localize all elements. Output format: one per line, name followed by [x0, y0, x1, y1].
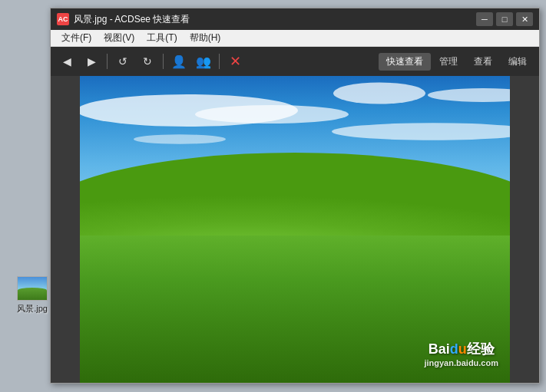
cloud-3 — [333, 83, 425, 104]
toolbar: ◀ ▶ ↺ ↻ 👤 👥 ✕ 快速查看 管理 查看 编辑 — [51, 47, 539, 76]
maximize-button[interactable]: □ — [496, 12, 513, 26]
rotate-right-button[interactable]: ↻ — [136, 51, 159, 72]
app-icon: AC — [57, 13, 69, 25]
desktop-icon-label: 风景.jpg — [17, 303, 48, 315]
zoom-actual-button[interactable]: 👥 — [192, 51, 215, 72]
menu-help[interactable]: 帮助(H) — [184, 30, 227, 46]
baidu-logo-text: Baidu经验 — [429, 340, 495, 358]
title-bar: AC 风景.jpg - ACDSee 快速查看 ─ □ ✕ — [51, 8, 539, 30]
mode-edit-button[interactable]: 编辑 — [501, 53, 534, 71]
image-display-area: Baidu经验 jingyan.baidu.com — [51, 76, 539, 383]
toolbar-separator-3 — [219, 54, 220, 69]
acdsee-window: AC 风景.jpg - ACDSee 快速查看 ─ □ ✕ 文件(F) 视图(V… — [50, 8, 540, 384]
rotate-left-button[interactable]: ↺ — [111, 51, 134, 72]
menu-file[interactable]: 文件(F) — [55, 30, 98, 46]
cloud-6 — [134, 134, 226, 144]
desktop-icon-landscape[interactable]: 风景.jpg — [9, 276, 55, 315]
nav-forward-button[interactable]: ▶ — [80, 51, 103, 72]
toolbar-separator — [107, 54, 108, 69]
desktop: 风景.jpg AC 风景.jpg - ACDSee 快速查看 ─ □ ✕ 文件(… — [0, 0, 546, 392]
mode-view-button[interactable]: 查看 — [466, 53, 500, 71]
delete-button[interactable]: ✕ — [223, 51, 247, 72]
mode-manage-button[interactable]: 管理 — [432, 53, 465, 71]
baidu-url: jingyan.baidu.com — [424, 358, 498, 367]
menu-bar: 文件(F) 视图(V) 工具(T) 帮助(H) — [51, 30, 539, 47]
cloud-4 — [332, 123, 510, 140]
zoom-fit-button[interactable]: 👤 — [167, 51, 190, 72]
toolbar-separator-2 — [163, 54, 164, 69]
close-button[interactable]: ✕ — [516, 12, 533, 26]
toolbar-left: ◀ ▶ ↺ ↻ 👤 👥 ✕ — [55, 51, 247, 72]
menu-tools[interactable]: 工具(T) — [141, 30, 183, 46]
window-title: 风景.jpg - ACDSee 快速查看 — [74, 13, 476, 26]
cloud-2 — [195, 105, 349, 124]
menu-view[interactable]: 视图(V) — [98, 30, 141, 46]
window-controls: ─ □ ✕ — [476, 12, 533, 26]
baidu-watermark: Baidu经验 jingyan.baidu.com — [424, 340, 498, 367]
nav-back-button[interactable]: ◀ — [55, 51, 78, 72]
cloud-5 — [428, 88, 510, 102]
file-thumbnail — [17, 276, 48, 301]
displayed-image: Baidu经验 jingyan.baidu.com — [80, 76, 510, 383]
toolbar-right: 快速查看 管理 查看 编辑 — [379, 53, 534, 71]
mode-quickview-button[interactable]: 快速查看 — [379, 53, 431, 71]
minimize-button[interactable]: ─ — [476, 12, 493, 26]
